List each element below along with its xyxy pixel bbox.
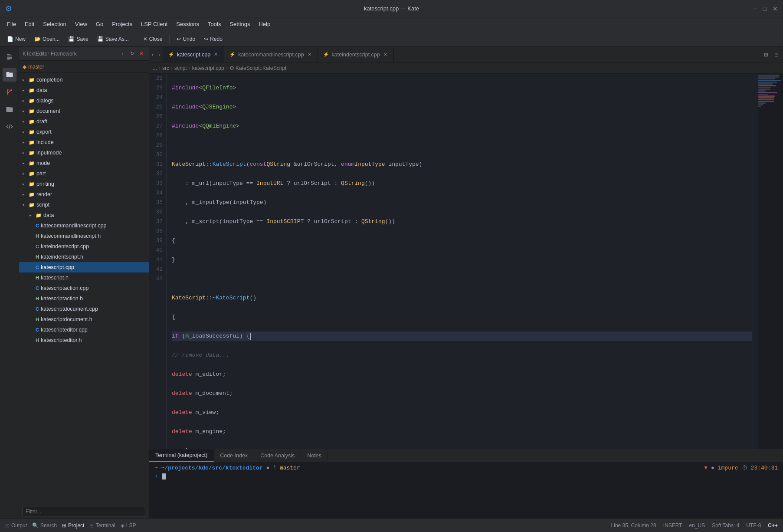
breadcrumb-src[interactable]: src	[162, 65, 169, 71]
folder-icon: 📁	[29, 202, 35, 208]
status-tabs[interactable]: Soft Tabs: 4	[712, 522, 739, 529]
tree-item-inputmode[interactable]: ▸📁inputmode	[19, 148, 149, 158]
tree-item-printing[interactable]: ▸📁printing	[19, 179, 149, 189]
menu-projects[interactable]: Projects	[108, 19, 136, 29]
breadcrumb-ellipsis[interactable]: ...	[153, 65, 157, 71]
tree-item-kateindentscript.cpp[interactable]: Ckateindentscript.cpp	[19, 241, 149, 252]
code-content[interactable]: #include <QFileInfo> #include <QJSEngine…	[167, 74, 757, 449]
sidebar-collapse-btn[interactable]: ‹	[118, 50, 126, 58]
minimize-icon[interactable]: −	[753, 5, 757, 12]
tab-katecommand-close[interactable]: ✕	[307, 51, 312, 58]
tree-item-export[interactable]: ▸📁export	[19, 127, 149, 137]
folder-icon: 📁	[29, 181, 35, 187]
menu-view[interactable]: View	[72, 19, 91, 29]
breadcrumb-symbol[interactable]: ⚙ KateScript::KateScript	[229, 65, 287, 71]
tab-katecommand-cpp[interactable]: ⚡ katecommandlinescript.cpp ✕	[224, 47, 318, 62]
status-language[interactable]: C++	[768, 522, 778, 529]
panel-tab-code-index[interactable]: Code Index	[214, 449, 254, 462]
menu-tools[interactable]: Tools	[204, 19, 224, 29]
tab-katescript-cpp[interactable]: ⚡ katescript.cpp ✕	[163, 47, 224, 62]
tree-item-render[interactable]: ▸📁render	[19, 189, 149, 200]
close-button[interactable]: ✕ Close	[140, 34, 166, 44]
tab-prev-btn[interactable]: ‹	[149, 47, 156, 62]
menu-edit[interactable]: Edit	[21, 19, 38, 29]
redo-button[interactable]: ↪ Redo	[200, 34, 226, 44]
activity-filebrowser-icon[interactable]	[3, 102, 16, 116]
tree-item-katecommandlinescript.cpp[interactable]: Ckatecommandlinescript.cpp	[19, 220, 149, 231]
terminal-icon: ⊟	[89, 522, 94, 529]
tree-item-katescriptdocument.h[interactable]: Hkatescriptdocument.h	[19, 314, 149, 325]
close-file-icon: ✕	[143, 36, 147, 42]
tree-item-katescripteditor.h[interactable]: Hkatescripteditor.h	[19, 335, 149, 345]
menu-selection[interactable]: Selection	[39, 19, 69, 29]
sidebar-header: KTextEditor Framework ‹ ↻ ⊗	[19, 47, 149, 61]
menu-lsp-client[interactable]: LSP Client	[138, 19, 171, 29]
tree-item-katescripteditor.cpp[interactable]: Ckatescripteditor.cpp	[19, 325, 149, 335]
menu-help[interactable]: Help	[255, 19, 274, 29]
status-locale[interactable]: en_US	[689, 522, 705, 529]
tree-item-data[interactable]: ▸📁data	[19, 85, 149, 95]
tab-katescript-close[interactable]: ✕	[213, 51, 219, 58]
sidebar-close-btn[interactable]: ⊗	[138, 50, 145, 58]
tree-item-katescript.cpp[interactable]: Ckatescript.cpp	[19, 262, 149, 273]
project-icon: ⊞	[62, 522, 66, 529]
open-button[interactable]: 📂 Open...	[31, 34, 63, 44]
save-as-button[interactable]: 💾 Save As...	[94, 34, 132, 44]
tab-expand-btn[interactable]: ⊞	[761, 52, 771, 58]
cpp-file-icon: C	[36, 244, 39, 249]
tree-item-document[interactable]: ▸📁document	[19, 106, 149, 116]
menu-sessions[interactable]: Sessions	[173, 19, 203, 29]
panel-tab-terminal[interactable]: Terminal (kateproject)	[149, 449, 214, 462]
save-button[interactable]: 💾 Save	[65, 34, 92, 44]
breadcrumb-file[interactable]: katescript.cpp	[192, 65, 224, 71]
menu-settings[interactable]: Settings	[226, 19, 253, 29]
status-terminal[interactable]: ⊟ Terminal	[89, 522, 115, 529]
maximize-icon[interactable]: □	[763, 5, 767, 12]
status-encoding[interactable]: UTF-8	[746, 522, 761, 529]
close-icon[interactable]: ✕	[773, 5, 778, 12]
status-line-col[interactable]: Line 35, Column 28	[611, 522, 656, 529]
panel-tab-notes[interactable]: Notes	[301, 449, 328, 462]
activity-documents-icon[interactable]	[3, 50, 16, 64]
filter-input[interactable]	[23, 507, 145, 516]
tree-item-include[interactable]: ▸📁include	[19, 137, 149, 148]
tree-item-katescript.h[interactable]: Hkatescript.h	[19, 273, 149, 283]
tree-item-dialogs[interactable]: ▸📁dialogs	[19, 95, 149, 106]
tree-item-script[interactable]: ▾📁script	[19, 200, 149, 210]
breadcrumb-script[interactable]: script	[174, 65, 187, 71]
status-search[interactable]: 🔍 Search	[32, 522, 57, 529]
menu-file[interactable]: File	[3, 19, 20, 29]
tree-item-katescriptaction.cpp[interactable]: Ckatescriptaction.cpp	[19, 283, 149, 293]
toolbar-separator-2	[169, 35, 170, 43]
tab-kateindent-cpp[interactable]: ⚡ kateindentscript.cpp ✕	[318, 47, 394, 62]
panel-tab-code-analysis[interactable]: Code Analysis	[254, 449, 301, 462]
tab-kateindent-close[interactable]: ✕	[383, 51, 388, 58]
new-button[interactable]: 📄 New	[3, 34, 29, 44]
activity-git-icon[interactable]	[3, 85, 16, 99]
menu-bar: File Edit Selection View Go Projects LSP…	[0, 17, 783, 31]
tab-next-btn[interactable]: ›	[156, 47, 163, 62]
status-mode[interactable]: INSERT	[663, 522, 682, 529]
status-lsp[interactable]: ◈ LSP	[121, 522, 136, 529]
activity-explorer-icon[interactable]	[3, 68, 16, 82]
tree-item-kateindentscript.h[interactable]: Hkateindentscript.h	[19, 252, 149, 262]
tree-item-katescriptdocument.cpp[interactable]: Ckatescriptdocument.cpp	[19, 304, 149, 314]
activity-symbols-icon[interactable]	[3, 120, 16, 134]
tab-split-btn[interactable]: ⊟	[772, 52, 781, 58]
tree-item-part[interactable]: ▸📁part	[19, 168, 149, 179]
menu-go[interactable]: Go	[92, 19, 107, 29]
status-project[interactable]: ⊞ Project	[62, 522, 84, 529]
tree-item-completion[interactable]: ▸📁completion	[19, 75, 149, 85]
open-icon: 📂	[34, 36, 41, 42]
tree-item-script-data[interactable]: ▸📁data	[19, 210, 149, 220]
status-output[interactable]: ⊡ Output	[5, 522, 27, 529]
undo-button[interactable]: ↩ Undo	[173, 34, 199, 44]
tree-item-mode[interactable]: ▸📁mode	[19, 158, 149, 168]
sidebar-sync-btn[interactable]: ↻	[128, 50, 136, 58]
window-title: katescript.cpp — Kate	[364, 5, 419, 12]
tree-item-katecommandlinescript.h[interactable]: Hkatecommandlinescript.h	[19, 231, 149, 241]
tree-item-draft[interactable]: ▸📁draft	[19, 116, 149, 127]
tree-item-label: kateindentscript.h	[41, 254, 83, 260]
terminal-content[interactable]: ~ ~/projects/kde/src/ktexteditor ● ᚡ mas…	[149, 462, 783, 518]
tree-item-katescriptaction.h[interactable]: Hkatescriptaction.h	[19, 293, 149, 304]
